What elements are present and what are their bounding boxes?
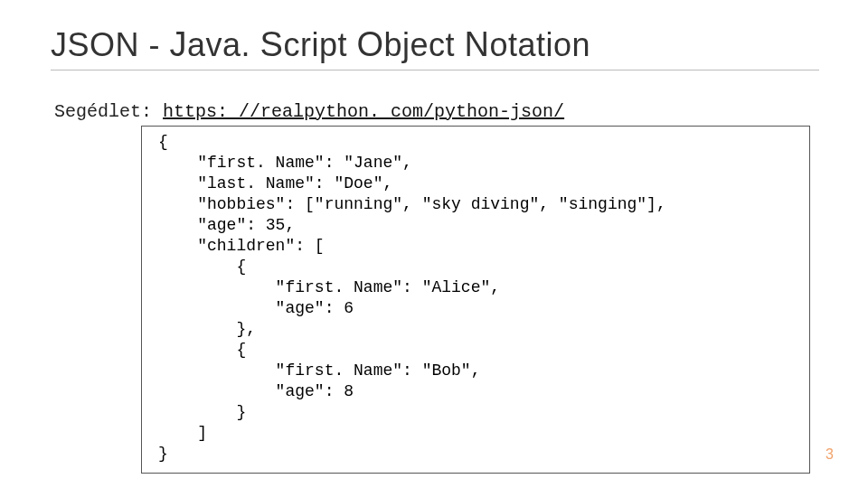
json-code-block: { "first. Name": "Jane", "last. Name": "… [141, 126, 810, 474]
page-number: 3 [826, 446, 834, 463]
title-bject: bject [384, 26, 465, 63]
reference-line: Segédlet: https: //realpython. com/pytho… [54, 101, 817, 122]
title-o: O [356, 25, 383, 63]
title-otation: otation [490, 26, 591, 63]
title-prefix: JSON - [51, 26, 170, 63]
title-cript: cript [283, 26, 356, 63]
slide-title: JSON - Java. Script Object Notation [51, 25, 819, 70]
reference-link[interactable]: https: //realpython. com/python-json/ [163, 101, 564, 122]
title-ava: ava. [187, 26, 260, 63]
slide: JSON - Java. Script Object Notation Segé… [0, 0, 868, 488]
title-n: N [465, 25, 490, 63]
title-j: J [170, 25, 188, 63]
reference-label: Segédlet: [54, 101, 163, 122]
title-s: S [260, 25, 284, 63]
